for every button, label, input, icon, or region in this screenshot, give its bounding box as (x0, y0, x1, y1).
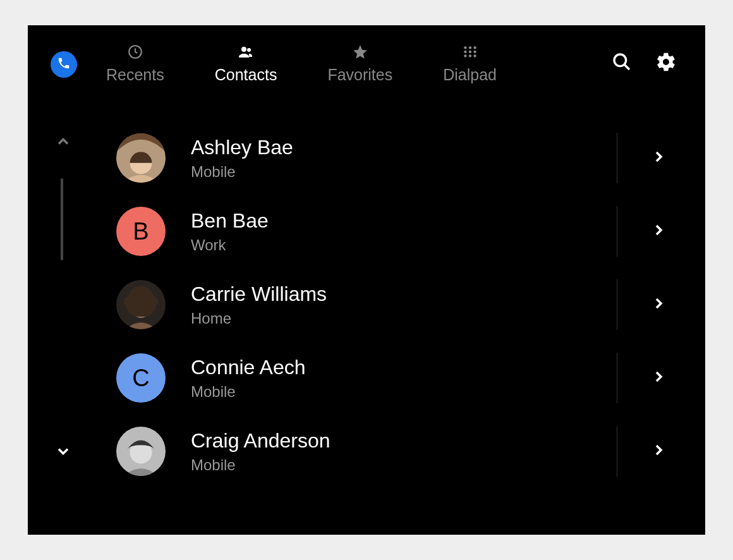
tab-dialpad[interactable]: Dialpad (443, 43, 497, 84)
top-actions (610, 52, 677, 75)
chevron-right-icon (651, 369, 666, 387)
contact-name: Connie Aech (191, 356, 617, 379)
svg-point-3 (464, 46, 466, 49)
svg-point-8 (473, 50, 476, 52)
contact-detail-button[interactable] (617, 353, 699, 403)
top-nav: Recents Contacts Favorites Dialpad (28, 25, 705, 101)
svg-point-12 (614, 54, 626, 66)
avatar (116, 280, 166, 329)
contact-type: Mobile (191, 456, 617, 474)
avatar (116, 133, 166, 183)
contact-name: Carrie Williams (191, 283, 617, 306)
content-area: Ashley Bae Mobile B Ben Bae Work Carrie … (28, 121, 705, 535)
avatar (116, 427, 166, 476)
contact-text: Ashley Bae Mobile (191, 136, 617, 181)
chevron-right-icon (651, 296, 666, 313)
svg-point-17 (124, 296, 134, 307)
star-icon (352, 43, 368, 61)
tab-dialpad-label: Dialpad (443, 66, 497, 84)
tab-contacts-label: Contacts (215, 66, 277, 84)
svg-point-5 (473, 46, 476, 49)
phone-icon (57, 56, 71, 73)
svg-point-11 (473, 54, 476, 57)
settings-button[interactable] (655, 52, 677, 75)
contact-text: Connie Aech Mobile (191, 356, 617, 401)
scroll-down-button[interactable] (54, 442, 72, 463)
svg-point-4 (468, 46, 471, 49)
avatar: B (116, 207, 166, 256)
svg-point-1 (241, 47, 246, 52)
svg-point-10 (468, 54, 471, 57)
tab-recents-label: Recents (106, 66, 164, 84)
avatar: C (116, 353, 166, 403)
svg-point-2 (247, 48, 251, 52)
contacts-list[interactable]: Ashley Bae Mobile B Ben Bae Work Carrie … (116, 121, 705, 491)
chevron-up-icon (54, 142, 72, 152)
contact-text: Ben Bae Work (191, 209, 617, 254)
contact-detail-button[interactable] (617, 426, 699, 477)
nav-tabs: Recents Contacts Favorites Dialpad (106, 43, 497, 84)
contact-row[interactable]: B Ben Bae Work (116, 195, 705, 268)
contact-text: Carrie Williams Home (191, 283, 617, 327)
gear-icon (655, 51, 677, 75)
scroll-thumb[interactable] (61, 178, 63, 260)
chevron-right-icon (651, 149, 666, 167)
svg-point-9 (464, 54, 466, 57)
scroll-indicator-column (28, 121, 116, 535)
contact-type: Home (191, 310, 617, 327)
tab-favorites-label: Favorites (327, 66, 392, 84)
chevron-right-icon (651, 442, 666, 460)
contact-name: Craig Anderson (191, 429, 617, 453)
contact-text: Craig Anderson Mobile (191, 429, 617, 474)
tab-recents[interactable]: Recents (106, 43, 164, 84)
contact-type: Work (191, 236, 617, 254)
contact-detail-button[interactable] (617, 133, 699, 183)
dialer-app-screen: Recents Contacts Favorites Dialpad (28, 25, 705, 535)
contact-row[interactable]: C Connie Aech Mobile (116, 341, 705, 415)
contact-row[interactable]: Carrie Williams Home (116, 268, 705, 341)
chevron-right-icon (651, 222, 666, 240)
svg-point-18 (148, 296, 159, 307)
contact-row[interactable]: Craig Anderson Mobile (116, 415, 705, 488)
svg-point-6 (464, 50, 466, 52)
contact-detail-button[interactable] (617, 206, 699, 257)
contact-type: Mobile (191, 383, 617, 401)
svg-point-7 (468, 50, 471, 52)
contact-row[interactable]: Ashley Bae Mobile (116, 121, 705, 195)
tab-contacts[interactable]: Contacts (215, 43, 277, 84)
tab-favorites[interactable]: Favorites (327, 43, 392, 84)
clock-icon (127, 43, 143, 61)
scroll-up-button[interactable] (54, 133, 72, 153)
contact-type: Mobile (191, 163, 617, 181)
search-icon (612, 52, 632, 75)
people-icon (236, 43, 255, 61)
phone-app-badge[interactable] (51, 51, 77, 78)
chevron-down-icon (54, 451, 72, 462)
contact-name: Ben Bae (191, 209, 617, 233)
contact-name: Ashley Bae (191, 136, 617, 159)
contact-detail-button[interactable] (617, 279, 699, 330)
search-button[interactable] (610, 52, 633, 75)
dialpad-icon (462, 43, 478, 61)
